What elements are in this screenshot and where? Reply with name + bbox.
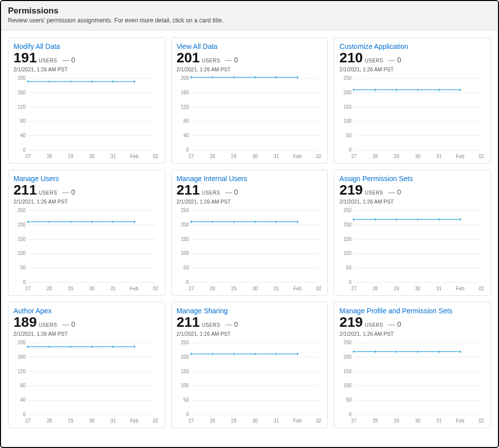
svg-text:200: 200	[343, 354, 352, 360]
users-label: USERS	[365, 190, 383, 196]
card-title-link[interactable]: Customize Application	[339, 42, 408, 50]
card-stats: 189USERS—0	[13, 314, 160, 330]
card-title-link[interactable]: View All Data	[177, 42, 218, 50]
svg-point-147	[417, 218, 419, 221]
svg-text:31: 31	[273, 286, 279, 291]
card-user-count: 210	[339, 50, 363, 66]
permission-card-modify-all-data: Modify All Data191USERS—02/1/2021, 1:26 …	[8, 37, 165, 164]
svg-text:02: 02	[316, 286, 321, 291]
svg-point-19	[27, 80, 29, 83]
permission-card-manage-users: Manage Users211USERS—02/1/2021, 1:26 AM …	[8, 170, 165, 296]
card-stats: 211USERS—0	[13, 182, 160, 198]
svg-text:29: 29	[231, 154, 237, 159]
svg-text:27: 27	[351, 418, 357, 424]
svg-point-219	[353, 350, 355, 353]
svg-text:100: 100	[343, 118, 352, 124]
users-label: USERS	[202, 190, 220, 196]
svg-text:200: 200	[181, 75, 189, 81]
svg-text:40: 40	[20, 397, 26, 403]
delta-dash: —	[388, 56, 395, 64]
card-title-link[interactable]: Manage Users	[13, 175, 59, 183]
svg-point-124	[296, 221, 298, 223]
svg-point-198	[275, 353, 277, 355]
svg-text:250: 250	[181, 340, 189, 345]
svg-text:Feb: Feb	[130, 286, 139, 291]
svg-point-144	[353, 218, 355, 221]
svg-text:27: 27	[189, 154, 194, 159]
svg-point-146	[395, 218, 398, 221]
svg-text:30: 30	[252, 286, 257, 291]
svg-text:0: 0	[186, 412, 189, 417]
svg-point-120	[211, 221, 214, 223]
svg-point-197	[253, 353, 256, 355]
card-timestamp: 2/1/2021, 1:26 AM PST	[177, 199, 323, 205]
svg-text:250: 250	[17, 208, 26, 213]
svg-point-98	[112, 221, 114, 223]
card-timestamp: 2/1/2021, 1:26 AM PST	[177, 66, 323, 72]
svg-text:150: 150	[343, 236, 352, 241]
card-title-link[interactable]: Manage Sharing	[177, 307, 228, 315]
svg-text:50: 50	[183, 265, 189, 270]
card-title-link[interactable]: Assign Permission Sets	[339, 175, 413, 183]
svg-text:0: 0	[349, 412, 352, 417]
svg-text:02: 02	[479, 154, 485, 159]
svg-text:30: 30	[89, 418, 95, 424]
svg-text:Feb: Feb	[456, 154, 465, 159]
card-stats: 201USERS—0	[177, 50, 323, 66]
svg-point-169	[27, 345, 29, 348]
svg-text:31: 31	[273, 154, 279, 159]
delta-dash: —	[225, 188, 232, 196]
svg-text:100: 100	[17, 250, 26, 256]
svg-point-145	[374, 218, 377, 221]
card-title-link[interactable]: Manage Profile and Permission Sets	[339, 307, 452, 315]
trend-chart: 0501001502002502728293031Feb02	[177, 208, 323, 293]
svg-point-21	[69, 80, 72, 83]
svg-text:120: 120	[181, 104, 189, 109]
svg-point-45	[211, 76, 214, 79]
svg-text:27: 27	[25, 286, 31, 291]
svg-text:28: 28	[210, 418, 215, 424]
svg-text:31: 31	[110, 418, 116, 424]
delta-dash: —	[388, 320, 395, 328]
users-label: USERS	[39, 190, 57, 196]
permission-card-manage-sharing: Manage Sharing211USERS—02/1/2021, 1:26 A…	[171, 302, 328, 428]
card-title-link[interactable]: Manage Internal Users	[177, 175, 248, 183]
svg-text:100: 100	[343, 383, 352, 388]
svg-text:29: 29	[394, 286, 399, 291]
card-stats: 210USERS—0	[339, 50, 486, 66]
svg-text:250: 250	[343, 75, 352, 81]
users-label: USERS	[39, 58, 57, 63]
svg-text:200: 200	[181, 354, 189, 360]
svg-text:160: 160	[17, 90, 26, 95]
delta-value: 0	[397, 56, 401, 64]
users-label: USERS	[202, 58, 220, 63]
svg-text:250: 250	[181, 208, 189, 213]
svg-text:30: 30	[89, 286, 95, 291]
svg-text:29: 29	[394, 154, 399, 159]
card-stats: 191USERS—0	[13, 50, 160, 66]
svg-point-47	[253, 76, 256, 79]
trend-chart: 0501001502002502728293031Feb02	[177, 340, 323, 426]
card-title-link[interactable]: Modify All Data	[13, 42, 60, 50]
svg-text:0: 0	[349, 279, 352, 285]
svg-text:Feb: Feb	[293, 154, 302, 159]
svg-text:Feb: Feb	[456, 418, 465, 424]
svg-text:80: 80	[20, 118, 26, 124]
svg-text:27: 27	[189, 418, 194, 424]
svg-text:31: 31	[110, 154, 116, 159]
svg-text:27: 27	[351, 286, 357, 291]
delta-dash: —	[62, 320, 69, 328]
trend-chart: 0501001502002502728293031Feb02	[13, 208, 160, 293]
svg-text:28: 28	[373, 154, 378, 159]
card-title-link[interactable]: Author Apex	[13, 307, 51, 315]
svg-point-121	[233, 221, 235, 223]
card-stats: 219USERS—0	[339, 182, 486, 198]
card-timestamp: 2/1/2021, 1:26 AM PST	[339, 331, 486, 337]
delta-value: 0	[71, 320, 75, 328]
svg-text:02: 02	[479, 418, 485, 424]
delta-value: 0	[234, 56, 238, 64]
svg-text:0: 0	[23, 279, 26, 285]
svg-point-172	[91, 345, 93, 348]
svg-text:29: 29	[68, 154, 73, 159]
svg-text:31: 31	[110, 286, 116, 291]
